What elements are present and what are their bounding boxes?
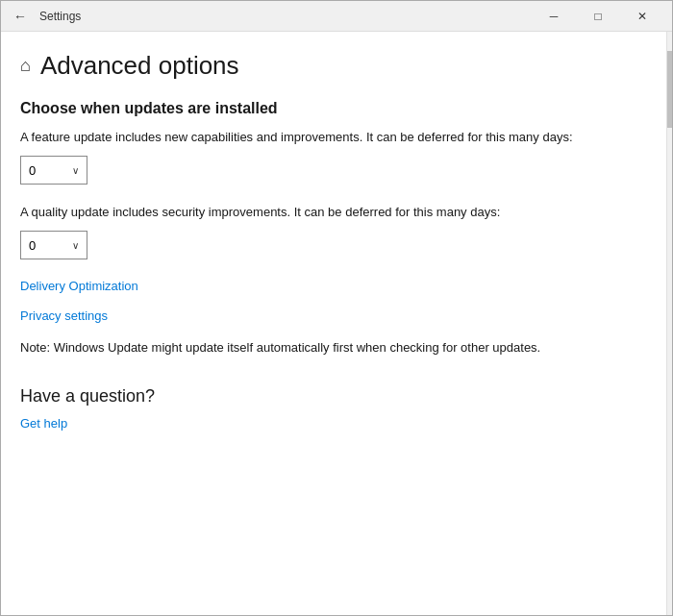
- scrollbar-thumb[interactable]: [667, 51, 672, 128]
- page-title: Advanced options: [40, 51, 239, 81]
- quality-update-dropdown-arrow: ∨: [72, 240, 79, 251]
- close-button[interactable]: ✕: [620, 1, 664, 32]
- scrollbar[interactable]: [666, 32, 672, 615]
- feature-update-dropdown-arrow: ∨: [72, 165, 79, 176]
- privacy-settings-link[interactable]: Privacy settings: [20, 308, 647, 323]
- content-area: ⌂ Advanced options Choose when updates a…: [1, 32, 672, 615]
- note-text: Note: Windows Update might update itself…: [20, 338, 647, 357]
- quality-update-description: A quality update includes security impro…: [20, 204, 647, 221]
- delivery-optimization-link[interactable]: Delivery Optimization: [20, 279, 647, 293]
- get-help-link[interactable]: Get help: [20, 416, 647, 431]
- titlebar: ← Settings ─ □ ✕: [1, 1, 672, 32]
- quality-update-dropdown[interactable]: 0 ∨: [20, 231, 87, 259]
- feature-update-value: 0: [29, 163, 36, 178]
- main-content: ⌂ Advanced options Choose when updates a…: [1, 32, 666, 615]
- question-title: Have a question?: [20, 386, 647, 407]
- window-title: Settings: [39, 10, 532, 23]
- maximize-button[interactable]: □: [576, 1, 620, 32]
- feature-update-dropdown[interactable]: 0 ∨: [20, 156, 87, 185]
- page-header: ⌂ Advanced options: [20, 51, 647, 81]
- home-icon: ⌂: [20, 56, 31, 76]
- feature-update-dropdown-wrapper: 0 ∨: [20, 156, 647, 185]
- feature-update-description: A feature update includes new capabiliti…: [20, 129, 647, 146]
- section-title: Choose when updates are installed: [20, 100, 647, 117]
- minimize-button[interactable]: ─: [532, 1, 576, 32]
- window-controls: ─ □ ✕: [532, 1, 664, 32]
- quality-update-dropdown-wrapper: 0 ∨: [20, 231, 647, 259]
- quality-update-value: 0: [29, 238, 36, 253]
- settings-window: ← Settings ─ □ ✕ ⌂ Advanced options Choo…: [0, 0, 673, 616]
- back-button[interactable]: ←: [9, 5, 32, 28]
